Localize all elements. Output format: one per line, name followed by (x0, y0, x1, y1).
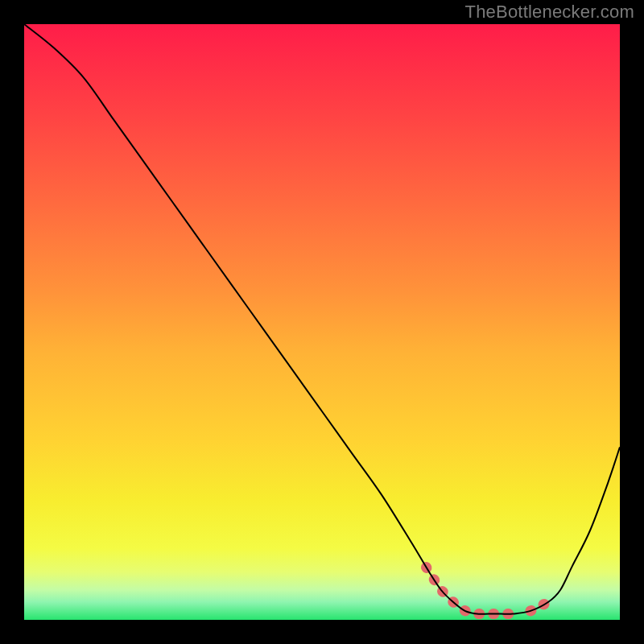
plot-background (24, 24, 620, 620)
plot-svg (24, 24, 620, 620)
attribution-text: TheBottlenecker.com (465, 2, 634, 23)
chart-container: TheBottlenecker.com (0, 0, 644, 644)
plot-frame (24, 24, 620, 620)
